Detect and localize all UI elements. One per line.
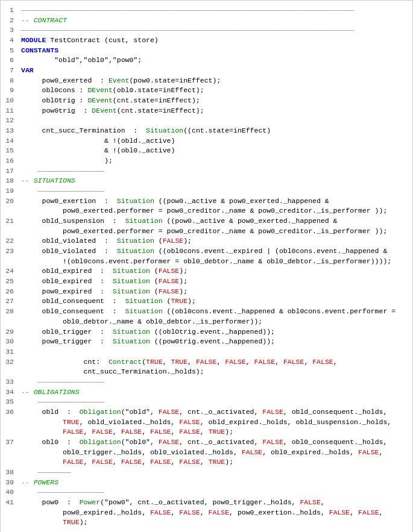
table-row: 34-- OBLIGATIONS [1, 387, 412, 398]
code-token: Situation [117, 237, 154, 245]
code-token: TRUE [209, 428, 225, 436]
line-content: pow0 : Power("pow0", cnt._o_activated, p… [19, 498, 412, 508]
line-content: cnt_succ_Termination._holds); [19, 367, 412, 377]
code-token: ———————————————— [21, 187, 104, 195]
table-row: 21 obld_suspension : Situation ((pow0._a… [1, 216, 412, 227]
line-content: obld_expired : Situation (FALSE); [19, 266, 412, 277]
line-content: obl0_violated : Situation ((obl0cons.eve… [19, 246, 412, 257]
table-row: 24 obld_expired : Situation (FALSE); [1, 266, 412, 277]
table-row: 16 ); [1, 156, 412, 166]
code-token: Situation [117, 247, 154, 255]
line-number: 22 [1, 236, 19, 246]
line-content: ———————————————— [19, 397, 412, 407]
code-token: MODULE [21, 36, 46, 44]
code-token: FALSE [358, 509, 379, 516]
code-token: Situation [113, 328, 150, 336]
line-number: 36 [1, 407, 19, 418]
line-content: pow0_exertion : Situation ((pow0._active… [19, 196, 412, 207]
line-number: 4 [1, 36, 19, 46]
line-content: TRUE, obld_violated._holds, FALSE, obld_… [19, 418, 412, 428]
line-content: FALSE, FALSE, FALSE, FALSE, FALSE, TRUE)… [19, 427, 412, 437]
table-row: 27 obld_consequent : Situation (TRUE); [1, 296, 412, 307]
code-token: Situation [117, 197, 154, 205]
code-token: FALSE [163, 237, 184, 245]
line-number: 11 [1, 106, 19, 116]
code-token: TRUE [171, 358, 188, 366]
line-content: pow0_exerted : Event(pow0.state=inEffect… [19, 76, 412, 86]
line-content: ————————————————————————————————————————… [19, 5, 412, 16]
line-number: 9 [1, 86, 19, 96]
code-token: DEvent [87, 96, 112, 104]
line-content: pow0_expired._holds, FALSE, FALSE, FALSE… [19, 508, 412, 518]
line-number: 8 [1, 76, 19, 86]
code-token: FALSE [225, 358, 246, 366]
line-content: & !(obld._active) [19, 136, 412, 146]
table-row: 4MODULE TestContract (cust, store) [1, 36, 412, 46]
code-token: FALSE [209, 509, 230, 516]
code-token: FALSE [312, 358, 333, 366]
line-number: 39 [1, 478, 19, 488]
code-token: ————————————————————————————————————————… [21, 6, 354, 14]
table-row: 10 oblOtrig : DEvent(cnt.state=inEffect)… [1, 96, 412, 106]
code-token: Situation [113, 337, 150, 345]
code-token: FALSE [159, 287, 180, 295]
code-token: FALSE [242, 448, 263, 456]
line-number: 19 [1, 186, 19, 196]
code-token: ———————————————— [21, 488, 104, 496]
line-content: obl0_trigger : Situation ((oblOtrig.even… [19, 327, 412, 337]
code-token: FALSE [159, 277, 180, 285]
line-number: 20 [1, 196, 19, 207]
line-number [1, 227, 19, 237]
line-number: 26 [1, 287, 19, 297]
table-row: 2-- CONTRACT [1, 16, 412, 26]
table-row: 35 ———————————————— [1, 397, 412, 407]
line-number: 2 [1, 16, 19, 26]
table-row: TRUE, obld_violated._holds, FALSE, obld_… [1, 418, 412, 428]
code-token: FALSE [150, 428, 171, 436]
table-row: 1———————————————————————————————————————… [1, 5, 412, 16]
code-token: CONSTANTS [21, 46, 58, 54]
line-content: obl0cons : DEvent(obl0.state=inEffect); [19, 86, 412, 96]
table-row: pow0_exerted.performer = pow0_creditor._… [1, 227, 412, 237]
table-row: 36 obld : Obligation("obld", FALSE, cnt.… [1, 407, 412, 418]
line-content: CONSTANTS [19, 46, 412, 56]
table-row: FALSE, FALSE, FALSE, FALSE, FALSE, TRUE)… [1, 457, 412, 468]
line-content: pow0_trigger : Situation ((pow0trig.even… [19, 337, 412, 347]
code-token: FALSE [159, 438, 180, 446]
line-content: obl0_trigger._holds, obl0_violated._hold… [19, 448, 412, 458]
line-content: obld_suspension : Situation ((pow0._acti… [19, 216, 412, 227]
table-row: 14 & !(obld._active) [1, 136, 412, 146]
code-token: FALSE [196, 358, 217, 366]
table-row: 29 obl0_trigger : Situation ((oblOtrig.e… [1, 327, 412, 337]
code-token: FALSE [179, 458, 200, 466]
table-row: 37 obl0 : Obligation("obl0", FALSE, cnt.… [1, 437, 412, 448]
code-token: FALSE [63, 458, 84, 466]
line-content: FALSE, FALSE, FALSE, FALSE, FALSE, TRUE)… [19, 457, 412, 468]
line-number: 16 [1, 156, 19, 166]
table-row: 40 ———————————————— [1, 487, 412, 498]
code-token: -- [21, 388, 34, 396]
line-content: ———————————————— [19, 377, 412, 387]
code-token: Contract [109, 358, 142, 366]
line-number: 25 [1, 277, 19, 287]
line-content: MODULE TestContract (cust, store) [19, 36, 412, 46]
line-content: -- POWERS [19, 478, 412, 488]
code-token: FALSE [121, 428, 142, 436]
code-token: -- [21, 16, 34, 24]
code-token: Situation [125, 217, 163, 225]
code-token: Situation [113, 287, 150, 295]
code-token: -- [21, 177, 34, 184]
line-content: ————————————————————————————————————————… [19, 25, 412, 36]
line-number: 37 [1, 437, 19, 448]
line-number [1, 206, 19, 216]
line-number: 31 [1, 347, 19, 357]
line-content: ); [19, 156, 412, 166]
code-token: FALSE [329, 509, 350, 516]
line-number: 15 [1, 146, 19, 156]
line-content: ———————— [19, 468, 412, 478]
code-token: Obligation [80, 408, 121, 416]
line-content: "obld","obl0","pow0"; [19, 55, 412, 66]
line-number: 23 [1, 246, 19, 257]
line-number: 6 [1, 55, 19, 66]
code-token: FALSE [254, 358, 276, 366]
